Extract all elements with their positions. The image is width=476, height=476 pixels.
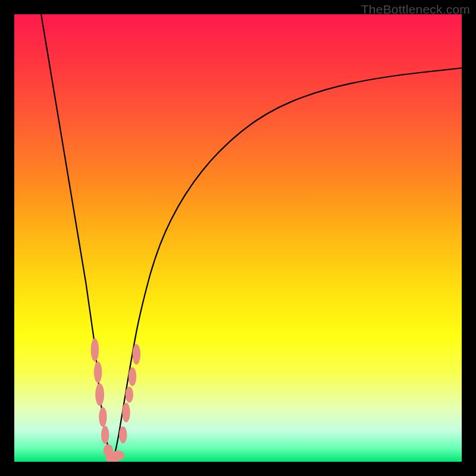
marker-group <box>91 338 140 462</box>
chart-svg <box>14 14 462 462</box>
data-marker <box>129 367 137 386</box>
data-marker <box>94 362 102 383</box>
data-marker <box>99 407 107 427</box>
data-marker <box>91 338 99 361</box>
data-marker <box>122 403 130 422</box>
plot-area <box>14 14 462 462</box>
data-marker <box>119 427 127 444</box>
data-marker <box>112 450 124 461</box>
outer-frame: TheBottleneck.com <box>0 0 476 476</box>
curve-right-branch <box>112 68 462 462</box>
watermark-text: TheBottleneck.com <box>361 2 470 17</box>
data-marker <box>101 426 109 444</box>
data-marker <box>125 387 133 403</box>
data-marker <box>95 383 104 406</box>
data-marker <box>133 344 141 365</box>
